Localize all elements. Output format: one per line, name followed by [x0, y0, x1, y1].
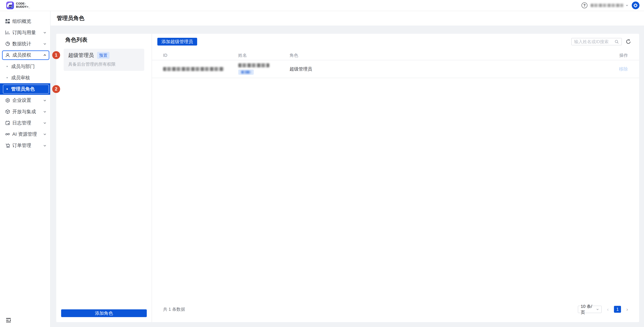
bullet-dot-icon — [6, 66, 8, 67]
role-list-title: 角色列表 — [65, 36, 152, 44]
role-list-item-super-admin[interactable]: 超级管理员 预置 具备后台管理的所有权限 — [64, 49, 144, 71]
sidebar: 组织概览 订阅与用量 数据统计 — [0, 11, 50, 327]
sidebar-collapse-button[interactable] — [5, 317, 12, 323]
owner-badge-text-redacted — [241, 71, 251, 74]
sidebar-item-log-management[interactable]: 日志管理 — [0, 117, 50, 128]
sidebar-item-open-integration[interactable]: 开放与集成 — [0, 106, 50, 117]
help-icon[interactable]: ? — [582, 2, 587, 8]
sidebar-item-label: 组织概览 — [12, 18, 46, 24]
chevron-down-icon — [43, 31, 46, 34]
pagination: 10 条/页 ‹ 1 › — [578, 306, 628, 313]
search-icon[interactable] — [614, 40, 619, 44]
col-header-role: 角色 — [290, 52, 603, 58]
sidebar-item-label: 管理员角色 — [11, 86, 46, 92]
member-name-redacted — [238, 63, 270, 67]
workspace: 角色列表 超级管理员 预置 具备后台管理的所有权限 添加角色 添加超级管理员 — [50, 26, 644, 327]
page-title: 管理员角色 — [57, 14, 84, 22]
add-super-admin-button[interactable]: 添加超级管理员 — [157, 38, 197, 46]
chevron-down-icon — [626, 4, 628, 7]
sidebar-item-ai-resources[interactable]: AI 资源管理 — [0, 128, 50, 140]
user-icon — [5, 52, 10, 58]
sidebar-item-label: 订单管理 — [12, 142, 43, 149]
brand-logo[interactable]: CODE- BUDDY>_ — [6, 2, 30, 9]
member-id-redacted — [163, 67, 224, 71]
codebuddy-logo-icon — [6, 2, 14, 9]
sidebar-item-label: 日志管理 — [12, 120, 43, 126]
table-footer: 共 1 条数据 10 条/页 ‹ 1 › — [152, 306, 639, 313]
bar-chart-icon — [5, 30, 10, 35]
chevron-down-icon — [596, 308, 599, 311]
search-input[interactable] — [574, 39, 614, 44]
app-window: CODE- BUDDY>_ ? — [0, 0, 644, 327]
brand-wordmark: CODE- BUDDY>_ — [16, 2, 30, 8]
page-header: 管理员角色 — [50, 11, 644, 26]
role-list-panel: 角色列表 超级管理员 预置 具备后台管理的所有权限 添加角色 — [56, 34, 152, 322]
sidebar-item-org-overview[interactable]: 组织概览 — [0, 16, 50, 27]
refresh-icon — [626, 39, 631, 44]
sidebar-item-label: 订阅与用量 — [12, 30, 43, 36]
chevron-up-icon — [43, 54, 46, 57]
admin-roles-card: 角色列表 超级管理员 预置 具备后台管理的所有权限 添加角色 添加超级管理员 — [56, 34, 639, 322]
gear-icon — [633, 3, 638, 8]
sidebar-item-label: 成员与部门 — [11, 63, 46, 70]
sidebar-item-label: 成员审核 — [11, 74, 46, 81]
sidebar-item-data-statistics[interactable]: 数据统计 — [0, 38, 50, 50]
grid-icon — [5, 19, 10, 24]
chevron-down-icon — [43, 42, 46, 46]
chevron-down-icon — [43, 121, 46, 124]
chevron-down-icon — [43, 99, 46, 102]
table-toolbar: 添加超级管理员 — [157, 38, 631, 46]
pie-chart-icon — [5, 41, 10, 46]
username-redacted — [590, 4, 624, 7]
next-page-button[interactable]: › — [626, 306, 628, 312]
preset-badge: 预置 — [97, 52, 109, 58]
chevron-down-icon — [43, 132, 46, 136]
sidebar-item-label: 企业设置 — [12, 97, 43, 104]
infinity-icon — [5, 132, 10, 137]
current-page-button[interactable]: 1 — [614, 306, 621, 313]
search-box — [571, 38, 622, 45]
sidebar-item-order-management[interactable]: 订单管理 — [0, 140, 50, 151]
sidebar-item-label: 成员授权 — [12, 52, 43, 58]
bullet-dot-icon — [6, 77, 8, 78]
topbar-right-cluster: ? — [582, 2, 640, 9]
sidebar-item-subscription-usage[interactable]: 订阅与用量 — [0, 27, 50, 38]
sidebar-item-label: 数据统计 — [12, 41, 43, 47]
sidebar-item-members-departments[interactable]: 成员与部门 — [0, 61, 50, 72]
sidebar-item-member-authorization[interactable]: 成员授权 1 — [0, 50, 50, 61]
cube-icon — [5, 109, 10, 114]
collapse-menu-icon — [5, 317, 12, 323]
role-name: 超级管理员 — [68, 52, 94, 59]
cell-name — [238, 63, 290, 75]
sidebar-item-admin-roles[interactable]: 管理员角色 2 — [0, 83, 50, 94]
remove-link[interactable]: 移除 — [603, 66, 628, 72]
bullet-dot-icon — [6, 88, 8, 90]
chevron-down-icon — [43, 144, 46, 147]
add-role-button[interactable]: 添加角色 — [61, 309, 146, 317]
user-menu[interactable] — [590, 4, 628, 7]
col-header-operation: 操作 — [603, 52, 628, 58]
owner-badge — [238, 70, 254, 75]
cart-icon — [5, 143, 10, 148]
role-description: 具备后台管理的所有权限 — [68, 61, 140, 67]
sidebar-item-label: AI 资源管理 — [12, 131, 43, 138]
cell-id — [163, 67, 238, 71]
refresh-button[interactable] — [626, 39, 631, 44]
sidebar-item-enterprise-settings[interactable]: 企业设置 — [0, 95, 50, 106]
total-count: 共 1 条数据 — [163, 306, 185, 312]
prev-page-button[interactable]: ‹ — [607, 306, 609, 312]
chevron-down-icon — [43, 110, 46, 113]
user-avatar[interactable] — [632, 2, 640, 9]
col-header-name: 姓名 — [238, 52, 290, 58]
sidebar-item-label: 开放与集成 — [12, 108, 43, 115]
gear-hex-icon — [5, 98, 10, 103]
page-size-value: 10 条/页 — [581, 304, 596, 315]
admin-members-panel: 添加超级管理员 — [152, 34, 639, 322]
page-size-select[interactable]: 10 条/页 — [578, 306, 602, 313]
table-row: 超级管理员 移除 — [152, 60, 639, 78]
top-bar: CODE- BUDDY>_ ? — [0, 0, 644, 11]
table-header-row: ID 姓名 角色 操作 — [152, 50, 639, 60]
cell-role: 超级管理员 — [290, 66, 603, 72]
sidebar-item-member-review[interactable]: 成员审核 — [0, 72, 50, 83]
col-header-id: ID — [163, 53, 238, 58]
